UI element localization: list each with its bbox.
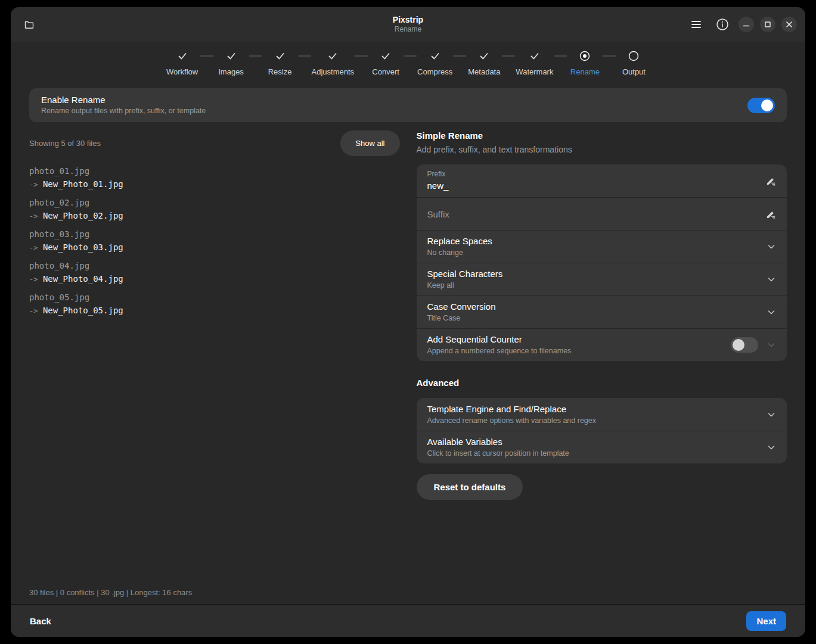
- checkmark-icon: [176, 50, 188, 62]
- stepper-item-resize[interactable]: Resize: [263, 50, 297, 76]
- headerbar: Pixstrip Rename: [11, 7, 805, 42]
- list-item: photo_05.jpg-> New_Photo_05.jpg: [29, 291, 400, 318]
- stepper-item-watermark[interactable]: Watermark: [516, 50, 553, 76]
- rename-preview-pane: Showing 5 of 30 files Show all photo_01.…: [29, 130, 400, 583]
- rename-arrow: ->: [29, 275, 38, 284]
- file-rename-list: photo_01.jpg-> New_Photo_01.jpgphoto_02.…: [29, 164, 400, 318]
- sequential-counter-toggle[interactable]: [731, 337, 758, 353]
- minimize-button[interactable]: [739, 17, 754, 32]
- prefix-row[interactable]: Prefix new_: [417, 164, 787, 197]
- stepper-item-metadata[interactable]: Metadata: [467, 50, 501, 76]
- action-bar: Back Next: [11, 604, 805, 637]
- stepper-item-label: Rename: [570, 67, 600, 76]
- step-connector: [298, 55, 311, 57]
- step-connector: [200, 55, 213, 57]
- stepper-item-label: Images: [218, 67, 244, 76]
- close-button[interactable]: [781, 17, 797, 32]
- stepper-item-rename[interactable]: Rename: [567, 50, 602, 76]
- case-conversion-value: Title Case: [427, 313, 760, 323]
- enable-rename-subtitle: Rename output files with prefix, suffix,…: [41, 106, 747, 116]
- replace-spaces-value: No change: [427, 248, 760, 258]
- step-connector: [554, 55, 567, 57]
- stepper-item-output[interactable]: Output: [616, 50, 651, 76]
- back-button[interactable]: Back: [30, 611, 61, 631]
- checkmark-icon: [429, 50, 441, 62]
- rename-arrow: ->: [29, 244, 38, 252]
- reset-to-defaults-button[interactable]: Reset to defaults: [417, 474, 523, 500]
- stepper-item-adjustments[interactable]: Adjustments: [312, 50, 355, 76]
- open-folder-button[interactable]: [19, 14, 39, 35]
- chevron-down-icon: [767, 410, 776, 419]
- prefix-label: Prefix: [427, 170, 759, 179]
- maximize-button[interactable]: [760, 17, 775, 32]
- suffix-row[interactable]: Suffix: [417, 197, 787, 230]
- close-icon: [786, 21, 793, 28]
- enable-rename-row[interactable]: Enable Rename Rename output files with p…: [29, 88, 787, 122]
- case-conversion-row[interactable]: Case Conversion Title Case: [417, 295, 787, 328]
- rename-arrow: ->: [29, 181, 38, 189]
- original-filename: photo_03.jpg: [29, 228, 400, 241]
- enable-rename-toggle[interactable]: [747, 98, 775, 113]
- stepper-item-images[interactable]: Images: [214, 50, 249, 76]
- list-item: photo_01.jpg-> New_Photo_01.jpg: [29, 164, 400, 191]
- checkmark-icon: [327, 50, 339, 62]
- circle-outline-icon: [628, 50, 640, 62]
- available-variables-row[interactable]: Available Variables Click to insert at c…: [417, 431, 787, 463]
- special-characters-title: Special Characters: [427, 268, 760, 279]
- show-all-button[interactable]: Show all: [340, 130, 399, 156]
- chevron-down-icon: [767, 443, 776, 452]
- original-filename: photo_02.jpg: [29, 196, 400, 209]
- stepper-item-compress[interactable]: Compress: [417, 50, 452, 76]
- checkmark-icon: [529, 50, 541, 62]
- rename-arrow: ->: [29, 307, 38, 315]
- sequential-counter-row[interactable]: Add Sequential Counter Append a numbered…: [417, 328, 787, 361]
- checkmark-icon: [478, 50, 490, 62]
- replace-spaces-title: Replace Spaces: [427, 235, 760, 247]
- step-connector: [502, 55, 515, 57]
- available-variables-title: Available Variables: [427, 436, 760, 447]
- suffix-input[interactable]: Suffix: [427, 209, 759, 220]
- checkmark-icon: [380, 50, 392, 62]
- stepper-item-label: Watermark: [516, 67, 553, 76]
- stepper-item-label: Convert: [372, 67, 399, 76]
- main-menu-button[interactable]: [686, 14, 706, 35]
- special-characters-row[interactable]: Special Characters Keep all: [417, 263, 787, 295]
- step-connector: [355, 55, 368, 57]
- case-conversion-title: Case Conversion: [427, 301, 760, 312]
- app-subtitle: Rename: [395, 25, 421, 34]
- prefix-input[interactable]: new_: [427, 180, 759, 192]
- hamburger-menu-icon: [691, 20, 701, 29]
- template-engine-subtitle: Advanced rename options with variables a…: [427, 416, 760, 426]
- minimize-icon: [743, 21, 750, 28]
- advanced-title: Advanced: [417, 378, 787, 388]
- status-summary: 30 files | 0 conflicts | 30 .jpg | Longe…: [11, 583, 805, 604]
- about-button[interactable]: [712, 14, 733, 35]
- special-characters-value: Keep all: [427, 281, 760, 291]
- next-button[interactable]: Next: [746, 611, 786, 631]
- step-connector: [453, 55, 466, 57]
- new-filename: New_Photo_02.jpg: [43, 211, 123, 220]
- available-variables-subtitle: Click to insert at cursor position in te…: [427, 449, 760, 459]
- stepper-item-label: Resize: [268, 67, 292, 76]
- new-filename: New_Photo_03.jpg: [43, 242, 123, 252]
- simple-rename-subtitle: Add prefix, suffix, and text transformat…: [417, 145, 787, 154]
- maximize-icon: [764, 21, 771, 28]
- simple-rename-group: Prefix new_: [417, 164, 787, 361]
- chevron-down-icon: [767, 242, 776, 251]
- rename-arrow: ->: [29, 212, 38, 220]
- folder-icon: [24, 19, 35, 30]
- rename-settings-pane: Simple Rename Add prefix, suffix, and te…: [417, 130, 787, 583]
- sequential-counter-subtitle: Append a numbered sequence to filenames: [427, 346, 724, 356]
- chevron-down-icon: [767, 340, 776, 350]
- app-title: Pixstrip: [393, 15, 423, 25]
- stepper-item-label: Adjustments: [312, 67, 355, 76]
- simple-rename-title: Simple Rename: [417, 130, 787, 141]
- stepper-item-label: Metadata: [468, 67, 500, 76]
- step-connector: [404, 55, 417, 57]
- enable-rename-title: Enable Rename: [41, 94, 747, 105]
- template-engine-row[interactable]: Template Engine and Find/Replace Advance…: [417, 398, 787, 431]
- template-engine-title: Template Engine and Find/Replace: [427, 403, 760, 415]
- stepper-item-workflow[interactable]: Workflow: [165, 50, 200, 76]
- stepper-item-convert[interactable]: Convert: [368, 50, 403, 76]
- replace-spaces-row[interactable]: Replace Spaces No change: [417, 230, 787, 263]
